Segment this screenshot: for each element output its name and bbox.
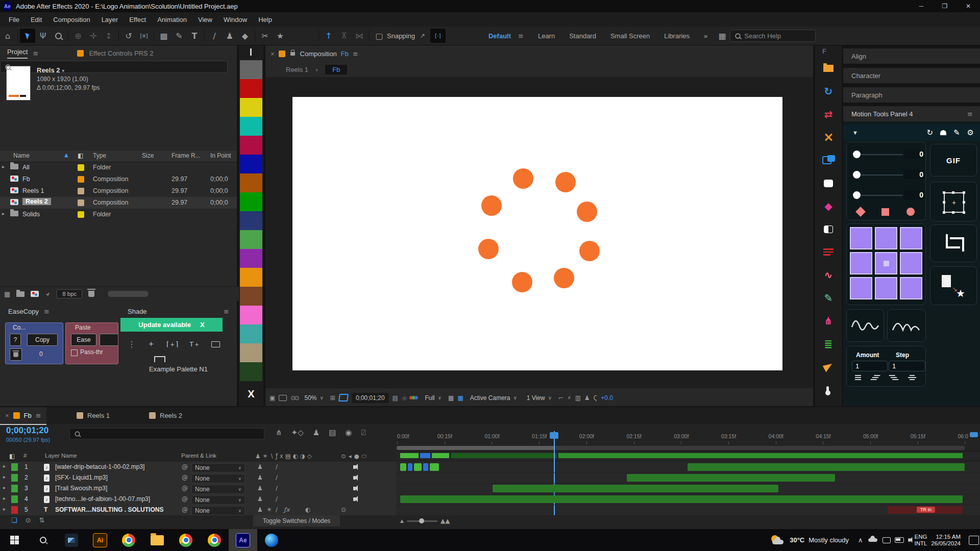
anchor-cell[interactable] [900, 227, 922, 249]
layer-duration-bar[interactable] [400, 495, 963, 503]
align-axis-icon[interactable]: ↑ [321, 29, 336, 43]
layer-expander-icon[interactable]: ▸ [3, 495, 6, 501]
anchor-cell[interactable] [850, 227, 872, 249]
timeline-tab-fb[interactable]: ×Fb≡ [0, 407, 46, 425]
timeline-tab-reels-1[interactable]: Reels 1 [71, 407, 115, 424]
workspace-more-icon[interactable]: » [697, 32, 715, 40]
toggle-switches-button[interactable]: Toggle Switches / Modes [253, 515, 340, 527]
draft-3d-icon[interactable]: ✦◇ [291, 428, 304, 437]
comp-mini-flowchart-icon[interactable]: ⋔ [276, 428, 282, 437]
project-row[interactable]: ▸AllFolder [0, 162, 237, 173]
palette-swatch[interactable] [240, 60, 262, 79]
layer-effects-icon[interactable]: ☀ [266, 506, 272, 513]
clock[interactable]: 12:15 AM26/05/2024 [931, 534, 961, 547]
layer-row[interactable]: ▸1♪[water-drip-betacut-1-00-02.mp3]@None… [0, 462, 396, 473]
taskbar-app-media-app[interactable] [57, 529, 86, 551]
transparency-grid-icon[interactable]: ▩ [448, 394, 454, 402]
reset-exposure-icon[interactable]: Ϛ [594, 394, 598, 402]
expand-icon[interactable] [815, 129, 842, 146]
layer-duration-bar[interactable] [688, 463, 965, 471]
amount-input[interactable]: 1 [852, 361, 888, 371]
pencil-icon[interactable]: ✎ [953, 128, 960, 137]
shade-menu-icon[interactable]: ≡ [224, 308, 229, 315]
new-composition-icon[interactable] [31, 291, 39, 297]
snap-corners-icon[interactable]: ⌈·⌉ [430, 29, 446, 43]
label-swatch[interactable] [78, 176, 84, 183]
easecopy-copy-button[interactable]: Copy [27, 334, 58, 346]
battery-icon[interactable] [895, 537, 904, 543]
layer-name[interactable]: [Trail Swoosh.mp3] [55, 485, 107, 492]
taskbar-app-after-effects[interactable]: Ae [229, 529, 257, 551]
layer-row[interactable]: ▸3♪[Trail Swoosh.mp3]@None∨♟∕ [0, 483, 396, 494]
ruler-end-handle[interactable] [970, 432, 978, 437]
update-banner-close[interactable]: X [200, 321, 205, 329]
col-parent-link[interactable]: Parent & Link [181, 453, 216, 459]
palette-swatch[interactable] [240, 211, 262, 230]
layered-view-icon[interactable]: ▣ [270, 394, 275, 402]
time-ruler[interactable]: 0:00f00:15f01:00f01:15f02:00f02:15f03:00… [396, 431, 980, 452]
gif-button[interactable]: GIF [930, 144, 977, 177]
home-icon[interactable]: ⌂ [0, 29, 15, 43]
item-name[interactable]: Reels 1 [22, 187, 44, 194]
project-flowchart-icon[interactable]: ▦ [4, 290, 10, 298]
crumb-back-icon[interactable]: ‹ [315, 66, 318, 73]
resolution-dropdown[interactable]: Full∨ [422, 393, 445, 403]
layer-quality-icon[interactable]: ∕ [276, 495, 278, 503]
taskbar-app-explorer[interactable] [143, 529, 172, 551]
workspace-libraries[interactable]: Libraries [657, 32, 697, 40]
new-folder-icon[interactable] [16, 291, 24, 297]
layer-lane[interactable] [396, 462, 980, 473]
layer-duration-bar[interactable] [627, 474, 835, 482]
eraser-tool-icon[interactable]: ◆ [237, 29, 253, 43]
layer-name[interactable]: SOFTWAR…NSULTING . SOLUTIONS [55, 506, 163, 513]
easecopy-clipped-button[interactable] [100, 334, 118, 346]
hand-tool-icon[interactable]: Ψ [35, 29, 51, 43]
layer-duration-bar[interactable] [430, 463, 439, 471]
minimize-button[interactable]: ─ [910, 0, 933, 12]
crumb-reels1[interactable]: Reels 1 [286, 66, 308, 73]
cube-icon[interactable]: ◆ [815, 197, 842, 215]
close-button[interactable]: ✕ [957, 0, 980, 12]
col-in-point[interactable]: In Point [210, 152, 231, 159]
layer-row[interactable]: ▸2♪[SFX- Liquid1.mp3]@None∨♟∕ [0, 472, 396, 484]
item-name[interactable]: Reels 2 [22, 198, 51, 205]
palette-swatch[interactable] [240, 79, 262, 98]
menu-help[interactable]: Help [254, 14, 277, 26]
item-name[interactable]: All [22, 164, 30, 171]
graph-editor-icon[interactable]: ⍁ [361, 428, 365, 437]
easecopy-trash-button[interactable] [10, 348, 22, 361]
preview-eyes-icon[interactable]: ⊙⊙ [290, 394, 298, 402]
zoom-tool-icon[interactable] [51, 29, 66, 43]
layer-audio-icon[interactable] [353, 463, 356, 470]
slider-value[interactable]: 0 [904, 190, 925, 199]
comp-tab-name[interactable]: Fb [341, 50, 349, 58]
crumb-fb[interactable]: Fb [325, 65, 347, 74]
frame-blend-icon[interactable]: ▤ [329, 428, 336, 437]
layer-row[interactable]: ▸5TSOFTWAR…NSULTING . SOLUTIONS@None∨♟☀∕… [0, 505, 396, 516]
action-center-icon[interactable] [969, 536, 979, 545]
weather-widget[interactable]: 30°C Mostly cloudy [770, 535, 849, 545]
shade-folder-icon[interactable] [211, 341, 220, 347]
rotation-tool-icon[interactable]: ↺ [121, 29, 136, 43]
duplicate-icon[interactable] [815, 152, 842, 169]
col-layer-name[interactable]: Layer Name [45, 453, 77, 459]
clone-stamp-icon[interactable]: ♟ [222, 29, 237, 43]
selection-tool-icon[interactable] [20, 29, 35, 43]
layer-expander-icon[interactable]: ▸ [3, 474, 6, 480]
menu-effect[interactable]: Effect [125, 14, 151, 26]
solid-icon[interactable] [815, 174, 842, 192]
sequence-3-icon[interactable] [889, 375, 898, 380]
layer-audio-icon[interactable] [353, 485, 356, 492]
layer-audio-icon[interactable] [353, 495, 356, 503]
col-number[interactable]: # [23, 453, 27, 459]
expand-layers-icon[interactable]: ❏ [11, 516, 17, 524]
tab-label[interactable]: Fb [24, 412, 32, 419]
timeline-lanes[interactable]: TR In [396, 462, 980, 515]
col-name[interactable]: Name [13, 152, 30, 159]
pickwhip-icon[interactable]: @ [182, 474, 188, 481]
start-button[interactable] [0, 529, 29, 551]
collapse-arrow-icon[interactable]: ▼ [852, 130, 858, 136]
expander-icon[interactable]: ▸ [2, 211, 5, 216]
palette-tab-handle[interactable] [250, 48, 252, 56]
refresh-icon[interactable]: ↻ [926, 128, 933, 137]
